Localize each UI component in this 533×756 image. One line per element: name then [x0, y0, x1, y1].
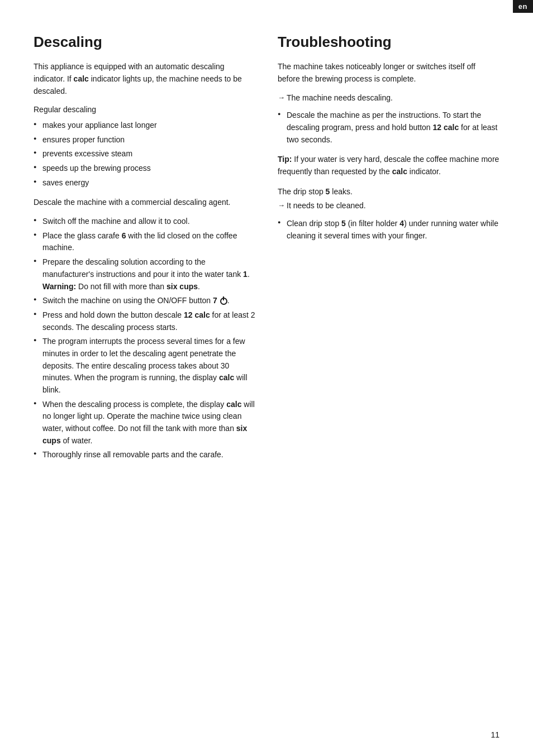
troubleshooting-section: Troubleshooting The machine takes notice… [278, 34, 499, 469]
list-item: Switch off the machine and allow it to c… [34, 216, 255, 228]
regular-bullets-list: makes your appliance last longer ensures… [34, 119, 255, 189]
page-number: 11 [491, 730, 499, 739]
power-icon [220, 298, 227, 305]
list-item: Clean drip stop 5 (in filter holder 4) u… [278, 218, 499, 242]
ts-bullet-list-2: Clean drip stop 5 (in filter holder 4) u… [278, 218, 499, 242]
list-item: Descale the machine as per the instructi… [278, 109, 499, 146]
agent-bullets-list: Switch off the machine and allow it to c… [34, 216, 255, 461]
list-item: Press and hold down the button descale 1… [34, 309, 255, 333]
list-item: ensures proper function [34, 134, 255, 146]
list-item: prevents excessive steam [34, 148, 255, 160]
descaling-intro: This appliance is equipped with an autom… [34, 61, 255, 97]
descaling-title: Descaling [34, 34, 255, 51]
troubleshooting-title: Troubleshooting [278, 34, 499, 51]
ts-arrow-list-2: It needs to be cleaned. [278, 200, 499, 212]
ts-section2-intro: The drip stop 5 leaks. [278, 186, 499, 198]
list-item: speeds up the brewing process [34, 162, 255, 175]
language-badge: en [513, 0, 533, 13]
ts-arrow-item: It needs to be cleaned. [278, 200, 499, 212]
agent-label: Descale the machine with a commercial de… [34, 197, 255, 209]
list-item: When the descaling process is complete, … [34, 399, 255, 447]
tip-text: Tip: If your water is very hard, descale… [278, 154, 499, 178]
list-item: saves energy [34, 177, 255, 189]
ts-section1-intro: The machine takes noticeably longer or s… [278, 61, 499, 85]
ts-bullet-list-1: Descale the machine as per the instructi… [278, 109, 499, 146]
two-column-layout: Descaling This appliance is equipped wit… [34, 34, 499, 469]
list-item: makes your appliance last longer [34, 119, 255, 132]
list-item: Prepare the descaling solution according… [34, 256, 255, 293]
descaling-section: Descaling This appliance is equipped wit… [34, 34, 255, 469]
list-item: Place the glass carafe 6 with the lid cl… [34, 230, 255, 254]
ts-arrow-item: The machine needs descaling. [278, 92, 499, 104]
list-item: Switch the machine on using the ON/OFF b… [34, 295, 255, 307]
ts-arrow-list-1: The machine needs descaling. [278, 92, 499, 104]
page: en Descaling This appliance is equipped … [0, 0, 533, 756]
regular-descaling-label: Regular descaling [34, 104, 255, 116]
list-item: The program interrupts the process sever… [34, 336, 255, 396]
drip-section: The drip stop 5 leaks. It needs to be cl… [278, 186, 499, 242]
list-item: Thoroughly rinse all removable parts and… [34, 449, 255, 461]
